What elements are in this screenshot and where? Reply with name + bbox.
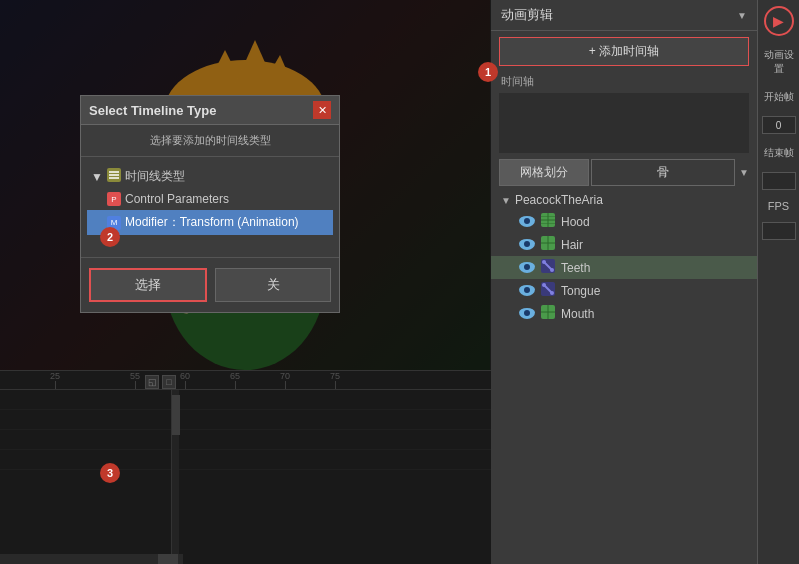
fps-input[interactable] (762, 222, 796, 240)
tree-item-teeth-label: Teeth (561, 261, 590, 275)
eye-icon-teeth[interactable] (519, 262, 535, 273)
fps-label: FPS (768, 200, 789, 212)
grid-bone-tabs: 网格划分 骨 ▼ (499, 159, 749, 186)
dialog-tree: ▼ 时间线类型 P Control Parameters M Modifier：… (81, 157, 339, 257)
eye-icon-mouth[interactable] (519, 308, 535, 319)
end-frame-input[interactable] (762, 172, 796, 190)
badge-3: 3 (100, 463, 120, 483)
select-timeline-dialog: Select Timeline Type ✕ 选择要添加的时间线类型 ▼ 时间线… (80, 95, 340, 313)
bone-icon-teeth (541, 259, 555, 276)
dialog-item-control-params-label: Control Parameters (125, 192, 229, 206)
dialog-title: Select Timeline Type (89, 103, 216, 118)
right-panel: 动画剪辑 ▼ + 添加时间轴 时间轴 网格划分 骨 ▼ ▼ PeacockThe… (491, 0, 757, 564)
far-right-panel: ▶ 动画设置 开始帧 结束帧 FPS (757, 0, 799, 564)
start-frame-label: 开始帧 (760, 88, 798, 106)
start-frame-input[interactable] (762, 116, 796, 134)
tree-item-hood-label: Hood (561, 215, 590, 229)
grid-tab[interactable]: 网格划分 (499, 159, 589, 186)
add-timeline-button[interactable]: + 添加时间轴 (499, 37, 749, 66)
tree-item-hair[interactable]: Hair (491, 233, 757, 256)
dialog-select-button[interactable]: 选择 (89, 268, 207, 302)
mesh-icon-hair (541, 236, 555, 253)
timeline-empty-area (499, 93, 749, 153)
bone-tab[interactable]: 骨 (591, 159, 735, 186)
tree-item-hair-label: Hair (561, 238, 583, 252)
tree-item-tongue-label: Tongue (561, 284, 600, 298)
eye-icon-hood[interactable] (519, 216, 535, 227)
play-button[interactable]: ▶ (764, 6, 794, 36)
dialog-header: Select Timeline Type ✕ (81, 96, 339, 125)
dialog-group-label: 时间线类型 (125, 168, 185, 185)
animation-settings-label: 动画设置 (760, 46, 798, 78)
tree-item-mouth[interactable]: Mouth (491, 302, 757, 325)
tree-root-label: PeacockTheAria (515, 193, 603, 207)
mesh-icon-mouth (541, 305, 555, 322)
tree-collapse-icon: ▼ (91, 170, 103, 184)
control-params-icon: P (107, 192, 121, 206)
grid-bone-dropdown-icon[interactable]: ▼ (739, 167, 749, 178)
timeline-label: 时间轴 (491, 72, 757, 93)
dialog-tree-group: ▼ 时间线类型 (87, 165, 333, 188)
tree-arrow-icon: ▼ (501, 195, 511, 206)
tree-item-hood[interactable]: Hood (491, 210, 757, 233)
tree-section: ▼ PeacockTheAria Hood (491, 186, 757, 564)
dialog-item-control-params[interactable]: P Control Parameters (87, 188, 333, 210)
bone-icon-tongue (541, 282, 555, 299)
tree-item-mouth-label: Mouth (561, 307, 594, 321)
eye-icon-hair[interactable] (519, 239, 535, 250)
tree-root: ▼ PeacockTheAria (491, 190, 757, 210)
dialog-item-modifier-transform[interactable]: M Modifier：Transform (Animation) (87, 210, 333, 235)
dialog-item-modifier-label: Modifier：Transform (Animation) (125, 214, 299, 231)
right-panel-title: 动画剪辑 (501, 6, 553, 24)
timeline-type-icon (107, 168, 121, 185)
dialog-subtitle: 选择要添加的时间线类型 (81, 125, 339, 157)
dropdown-arrow-icon: ▼ (737, 10, 747, 21)
end-frame-label: 结束帧 (760, 144, 798, 162)
tree-item-teeth[interactable]: Teeth (491, 256, 757, 279)
eye-icon-tongue[interactable] (519, 285, 535, 296)
badge-1: 1 (478, 62, 498, 82)
mesh-icon-hood (541, 213, 555, 230)
dialog-close-x-button[interactable]: ✕ (313, 101, 331, 119)
right-panel-header: 动画剪辑 ▼ (491, 0, 757, 31)
badge-2: 2 (100, 227, 120, 247)
dialog-close-button[interactable]: 关 (215, 268, 331, 302)
dialog-footer: 选择 关 (81, 257, 339, 312)
tree-item-tongue[interactable]: Tongue (491, 279, 757, 302)
